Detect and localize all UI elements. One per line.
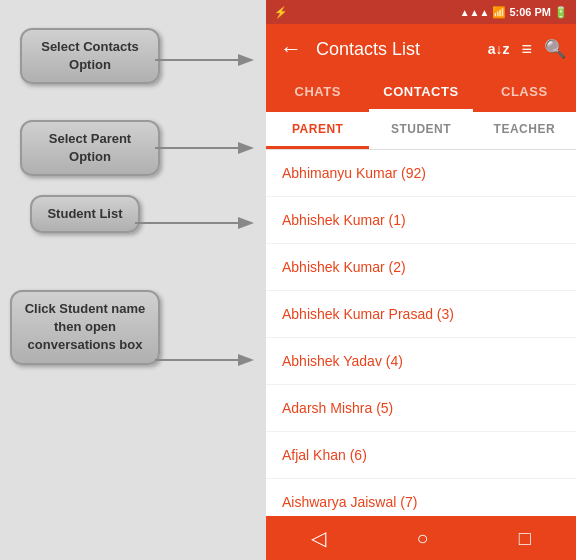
contact-item[interactable]: Adarsh Mishra (5) [266, 385, 576, 432]
subtab-parent[interactable]: PARENT [266, 112, 369, 149]
contact-item[interactable]: Abhishek Yadav (4) [266, 338, 576, 385]
nav-recent-button[interactable]: □ [519, 527, 531, 550]
annotation-select-contacts: Select Contacts Option [20, 28, 160, 84]
app-header: ← Contacts List a↓z ≡ 🔍 [266, 24, 576, 74]
back-button[interactable]: ← [276, 32, 306, 66]
contact-name: Afjal Khan (6) [282, 447, 367, 463]
main-tabs: CHATS CONTACTS CLASS [266, 74, 576, 112]
contact-item[interactable]: Abhishek Kumar (2) [266, 244, 576, 291]
sub-tabs: PARENT STUDENT TEACHER [266, 112, 576, 150]
nav-back-button[interactable]: ◁ [311, 526, 326, 550]
az-sort-button[interactable]: a↓z [488, 41, 510, 57]
annotation-area: Select Contacts Option Select Parent Opt… [0, 0, 270, 560]
bottom-nav: ◁ ○ □ [266, 516, 576, 560]
signal-icon: ▲▲▲ [460, 7, 490, 18]
tab-contacts[interactable]: CONTACTS [369, 74, 472, 112]
contact-name: Abhishek Kumar Prasad (3) [282, 306, 454, 322]
status-bar: ⚡ ▲▲▲ 📶 5:06 PM 🔋 [266, 0, 576, 24]
header-title: Contacts List [316, 39, 478, 60]
header-icons: a↓z ≡ 🔍 [488, 38, 566, 60]
contact-item[interactable]: Afjal Khan (6) [266, 432, 576, 479]
phone-frame: ⚡ ▲▲▲ 📶 5:06 PM 🔋 ← Contacts List a↓z ≡ … [266, 0, 576, 560]
tab-chats[interactable]: CHATS [266, 74, 369, 112]
contact-name: Abhishek Yadav (4) [282, 353, 403, 369]
contact-item[interactable]: Abhimanyu Kumar (92) [266, 150, 576, 197]
contact-name: Abhishek Kumar (1) [282, 212, 406, 228]
contact-name: Aishwarya Jaiswal (7) [282, 494, 417, 510]
contact-item[interactable]: Abhishek Kumar (1) [266, 197, 576, 244]
annotation-student-list: Student List [30, 195, 140, 233]
battery-icon: 🔋 [554, 6, 568, 19]
contact-item[interactable]: Abhishek Kumar Prasad (3) [266, 291, 576, 338]
annotation-select-parent: Select Parent Option [20, 120, 160, 176]
contact-item[interactable]: Aishwarya Jaiswal (7) [266, 479, 576, 516]
bluetooth-icon: ⚡ [274, 6, 288, 19]
subtab-student[interactable]: STUDENT [369, 112, 472, 149]
contact-name: Abhishek Kumar (2) [282, 259, 406, 275]
status-time: 5:06 PM [509, 6, 551, 18]
nav-home-button[interactable]: ○ [416, 527, 428, 550]
status-bar-left: ⚡ [274, 6, 288, 19]
status-bar-right: ▲▲▲ 📶 5:06 PM 🔋 [460, 6, 568, 19]
contact-list: Abhimanyu Kumar (92)Abhishek Kumar (1)Ab… [266, 150, 576, 516]
wifi-icon: 📶 [492, 6, 506, 19]
filter-button[interactable]: ≡ [521, 39, 532, 60]
tab-class[interactable]: CLASS [473, 74, 576, 112]
contact-name: Adarsh Mishra (5) [282, 400, 393, 416]
contact-name: Abhimanyu Kumar (92) [282, 165, 426, 181]
annotation-click-student: Click Student name then open conversatio… [10, 290, 160, 365]
subtab-teacher[interactable]: TEACHER [473, 112, 576, 149]
search-button[interactable]: 🔍 [544, 38, 566, 60]
